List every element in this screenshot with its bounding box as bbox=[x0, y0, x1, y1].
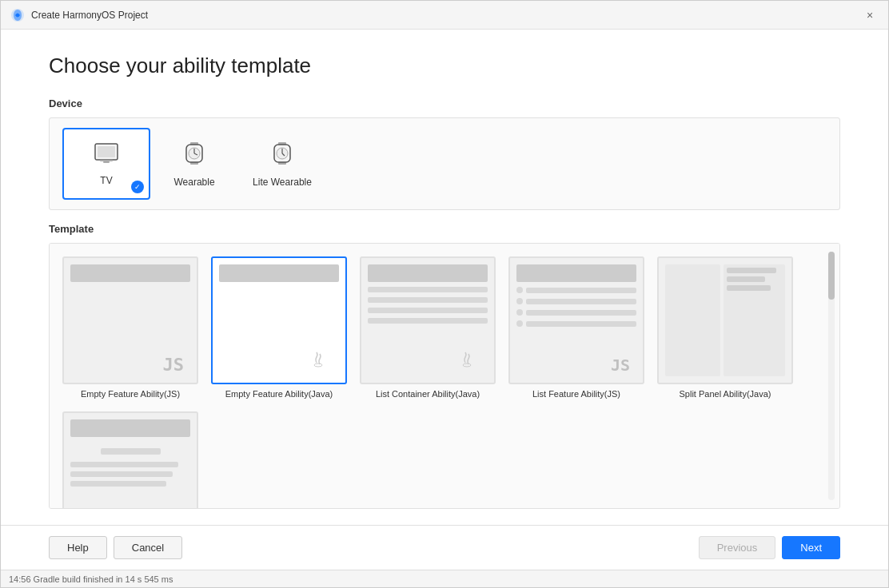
svg-point-17 bbox=[314, 364, 322, 367]
svg-rect-3 bbox=[103, 161, 110, 163]
template-label-empty-js: Empty Feature Ability(JS) bbox=[81, 389, 180, 399]
template-item-list-container-java[interactable]: List Container Ability(Java) bbox=[360, 256, 496, 399]
dialog-title: Create HarmonyOS Project bbox=[31, 10, 148, 21]
harmony-logo-icon bbox=[10, 8, 25, 22]
template-item-split-panel-java[interactable]: Split Panel Ability(Java) bbox=[657, 256, 793, 399]
device-lite-wearable-label: Lite Wearable bbox=[253, 177, 312, 188]
lite-wearable-icon bbox=[272, 141, 293, 172]
help-button[interactable]: Help bbox=[49, 536, 107, 559]
title-bar: Create HarmonyOS Project × bbox=[1, 1, 888, 30]
page-heading: Choose your ability template bbox=[49, 54, 840, 78]
device-label: Device bbox=[49, 97, 840, 109]
create-project-dialog: Create HarmonyOS Project × Choose your a… bbox=[0, 0, 889, 588]
template-thumb-empty-java bbox=[211, 256, 347, 384]
status-text: 14:56 Gradle build finished in 14 s 545 … bbox=[9, 574, 173, 584]
template-label-empty-java: Empty Feature Ability(Java) bbox=[225, 389, 333, 399]
svg-rect-2 bbox=[100, 160, 113, 161]
template-thumb-content bbox=[62, 411, 198, 509]
wearable-icon bbox=[184, 141, 205, 172]
template-label-list-container-java: List Container Ability(Java) bbox=[376, 389, 480, 399]
template-grid: JS Empty Feature Ability(JS) bbox=[62, 256, 827, 509]
svg-rect-4 bbox=[98, 146, 115, 157]
template-thumb-list-container bbox=[360, 256, 496, 384]
js-badge-list: JS bbox=[611, 356, 630, 375]
template-scrollbar[interactable] bbox=[828, 252, 835, 500]
js-badge: JS bbox=[163, 355, 185, 375]
tv-icon bbox=[94, 142, 119, 170]
scrollbar-thumb[interactable] bbox=[828, 252, 835, 300]
footer-right-buttons: Previous Next bbox=[699, 536, 840, 559]
device-tv-label: TV bbox=[100, 175, 112, 186]
template-label-list-feature-js: List Feature Ability(JS) bbox=[532, 389, 620, 399]
template-label: Template bbox=[49, 223, 840, 235]
template-panel: JS Empty Feature Ability(JS) bbox=[49, 243, 840, 509]
template-item-empty-js[interactable]: JS Empty Feature Ability(JS) bbox=[62, 256, 198, 399]
svg-point-18 bbox=[463, 364, 471, 367]
java-badge-empty bbox=[309, 345, 333, 375]
template-section: Template JS Empty Feature Ability(JS) bbox=[49, 223, 840, 509]
title-bar-left: Create HarmonyOS Project bbox=[10, 8, 148, 22]
template-thumb-empty-js: JS bbox=[62, 256, 198, 384]
previous-button[interactable]: Previous bbox=[699, 536, 776, 559]
device-panel: TV ✓ Wearable bbox=[49, 117, 840, 210]
footer: Help Cancel Previous Next bbox=[1, 525, 888, 570]
template-thumb-list-feature: JS bbox=[508, 256, 644, 384]
footer-left-buttons: Help Cancel bbox=[49, 536, 182, 559]
status-bar: 14:56 Gradle build finished in 14 s 545 … bbox=[1, 570, 888, 587]
main-content: Choose your ability template Device TV bbox=[1, 30, 888, 525]
template-thumb-split-panel bbox=[657, 256, 793, 384]
cancel-button[interactable]: Cancel bbox=[114, 536, 182, 559]
device-item-tv[interactable]: TV ✓ bbox=[62, 128, 150, 200]
next-button[interactable]: Next bbox=[782, 536, 840, 559]
device-item-wearable[interactable]: Wearable bbox=[150, 128, 238, 200]
template-label-split-panel-java: Split Panel Ability(Java) bbox=[680, 389, 771, 399]
template-item-empty-java[interactable]: Empty Feature Ability(Java) bbox=[211, 256, 347, 399]
close-button[interactable]: × bbox=[861, 6, 879, 24]
device-item-lite-wearable[interactable]: Lite Wearable bbox=[238, 128, 326, 200]
device-wearable-label: Wearable bbox=[173, 177, 214, 188]
java-badge-list-container bbox=[457, 345, 481, 375]
device-section: Device TV ✓ bbox=[49, 97, 840, 210]
template-item-list-feature-js[interactable]: JS List Feature Ability(JS) bbox=[508, 256, 644, 399]
template-item-content[interactable] bbox=[62, 411, 198, 509]
tv-selected-check: ✓ bbox=[131, 181, 144, 193]
